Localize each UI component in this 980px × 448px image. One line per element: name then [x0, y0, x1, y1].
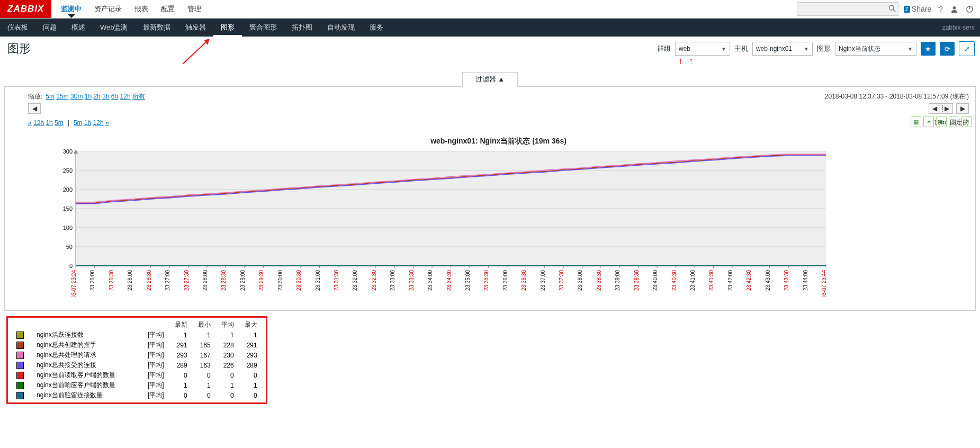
svg-text:23:41:00: 23:41:00: [690, 270, 696, 291]
subnav-item[interactable]: 概述: [64, 19, 93, 37]
svg-text:23:42:30: 23:42:30: [746, 270, 752, 291]
nav-back-link[interactable]: 12h: [33, 119, 44, 127]
zoom-link[interactable]: 3h: [102, 93, 109, 100]
svg-text:23:32:30: 23:32:30: [371, 270, 377, 291]
fullscreen-button[interactable]: ⤢: [959, 41, 975, 56]
svg-text:23:27:00: 23:27:00: [165, 270, 170, 291]
refresh-button[interactable]: ⟳: [940, 42, 955, 56]
search-icon[interactable]: [886, 5, 898, 14]
page-fwd-button[interactable]: ▶: [956, 103, 969, 114]
subnav-item[interactable]: 拓扑图: [284, 19, 320, 37]
svg-text:23:34:30: 23:34:30: [446, 270, 452, 291]
chart-tool-icon[interactable]: ▦: [911, 117, 921, 127]
legend-value: 1: [169, 380, 193, 390]
chevron-down-icon: ▼: [907, 46, 913, 52]
legend-col-header: 最新: [169, 320, 193, 330]
logout-icon[interactable]: [966, 5, 974, 13]
nav-fwd-link[interactable]: 5m: [74, 119, 83, 127]
topnav-item[interactable]: 监测中: [55, 0, 88, 18]
filter-toggle[interactable]: 过滤器 ▲: [462, 72, 518, 87]
svg-text:250: 250: [63, 167, 73, 174]
zoom-row: 缩放: 5m 15m 30m 1h 2h 3h 6h 12h 所有 2018-0…: [28, 92, 969, 101]
share-button[interactable]: ZShare: [904, 5, 931, 13]
subnav-item[interactable]: 服务: [362, 19, 391, 37]
svg-text:200: 200: [63, 186, 73, 193]
svg-text:23:31:00: 23:31:00: [315, 270, 321, 291]
page-back-button[interactable]: ◀: [28, 103, 41, 114]
chart-title: web-nginx01: Nginx当前状态 (19m 36s): [28, 137, 969, 146]
search-box: [797, 2, 898, 16]
zoom-link[interactable]: 5m: [46, 93, 55, 100]
legend-value: 289: [169, 360, 193, 370]
zoom-link[interactable]: 1h: [85, 93, 92, 100]
legend-value: 289: [239, 360, 263, 370]
page-step-button[interactable]: ◀┊┊▶: [929, 103, 953, 114]
legend-agg: [平均]: [142, 380, 169, 390]
nav-back-link[interactable]: 5m: [55, 119, 64, 127]
zoom-link[interactable]: 6h: [111, 93, 118, 100]
subnav-item[interactable]: 聚合图形: [242, 19, 284, 37]
svg-text:100: 100: [63, 225, 73, 231]
subnav-item[interactable]: 仪表板: [0, 19, 35, 37]
nav-fwd-link[interactable]: »: [105, 119, 109, 127]
legend-row: nginx当前驻留连接数量[平均]0000: [11, 390, 263, 400]
zoom-link[interactable]: 15m: [56, 93, 68, 100]
annotation-arrow-icon: ↑: [689, 56, 693, 66]
help-icon[interactable]: ?: [939, 5, 943, 13]
user-icon[interactable]: [950, 5, 958, 13]
zoom-link[interactable]: 12h: [120, 93, 131, 100]
chart-tool-icon[interactable]: ✶: [923, 117, 934, 127]
svg-point-2: [953, 6, 956, 9]
legend-value: 0: [193, 370, 216, 380]
svg-text:23:28:00: 23:28:00: [202, 270, 208, 291]
svg-text:23:38:30: 23:38:30: [596, 270, 602, 291]
topnav-item[interactable]: 配置: [155, 0, 181, 18]
host-select[interactable]: web-nginx01▼ ↑: [752, 42, 813, 56]
chart-svg: 05010015020025030003-07 23:2423:25:0023:…: [60, 148, 829, 297]
legend-value: 226: [216, 360, 239, 370]
legend-box: 最新最小平均最大 nginx活跃连接数[平均]1111nginx总共创建的握手[…: [6, 316, 267, 404]
graph-label: 图形: [817, 44, 831, 53]
chart-toolbar: ▦ ✶ ⧉ ✎ ⤢: [911, 117, 972, 127]
legend-value: 0: [216, 370, 239, 380]
subnav-item[interactable]: 图形: [213, 19, 242, 37]
legend-swatch: [16, 372, 24, 379]
nav-fwd-link[interactable]: 12h: [93, 119, 104, 127]
chart-tool-icon[interactable]: ✎: [949, 117, 959, 127]
zoom-link[interactable]: 所有: [132, 93, 145, 100]
svg-text:23:40:30: 23:40:30: [671, 270, 677, 291]
top-nav: ZABBIX 监测中资产记录报表配置管理 ZShare ?: [0, 0, 980, 19]
svg-text:23:30:00: 23:30:00: [277, 270, 283, 291]
graph-select[interactable]: Nginx当前状态▼ ↑: [835, 42, 916, 56]
nav-fwd-link[interactable]: 1h: [84, 119, 91, 127]
svg-text:23:27:30: 23:27:30: [184, 270, 190, 291]
svg-text:23:28:30: 23:28:30: [221, 270, 227, 291]
subnav-item[interactable]: 触发器: [178, 19, 213, 37]
zoom-link[interactable]: 2h: [93, 93, 100, 100]
time-range: 2018-03-08 12:37:33 - 2018-03-08 12:57:0…: [825, 92, 969, 101]
svg-text:03-07 23:44: 03-07 23:44: [821, 270, 827, 297]
group-select[interactable]: web▼ ↑: [675, 42, 730, 56]
chart-tool-icon[interactable]: ⧉: [936, 117, 947, 127]
chart-tool-icon[interactable]: ⤢: [961, 117, 972, 127]
subnav-item[interactable]: 最新数据: [136, 19, 178, 37]
subnav-item[interactable]: 自动发现: [320, 19, 362, 37]
legend-value: 1: [193, 380, 216, 390]
zoom-link[interactable]: 30m: [70, 93, 83, 100]
sub-nav: 仪表板问题概述Web监测最新数据触发器图形聚合图形拓扑图自动发现服务zabbix…: [0, 19, 980, 37]
nav-back-link[interactable]: 1h: [46, 119, 52, 127]
topnav-item[interactable]: 资产记录: [88, 0, 128, 18]
svg-text:150: 150: [63, 205, 73, 212]
svg-text:23:32:00: 23:32:00: [352, 270, 358, 291]
search-input[interactable]: [797, 5, 886, 13]
subnav-item[interactable]: 问题: [35, 19, 64, 37]
svg-text:23:36:30: 23:36:30: [521, 270, 527, 291]
svg-text:23:35:00: 23:35:00: [465, 270, 471, 291]
topnav-item[interactable]: 报表: [128, 0, 155, 18]
topnav-item[interactable]: 管理: [181, 0, 208, 18]
svg-text:23:34:00: 23:34:00: [427, 270, 433, 291]
subnav-item[interactable]: Web监测: [93, 19, 136, 37]
legend-value: 1: [239, 330, 263, 340]
favorite-button[interactable]: ★: [921, 42, 936, 56]
nav-back-link[interactable]: «: [28, 119, 32, 127]
